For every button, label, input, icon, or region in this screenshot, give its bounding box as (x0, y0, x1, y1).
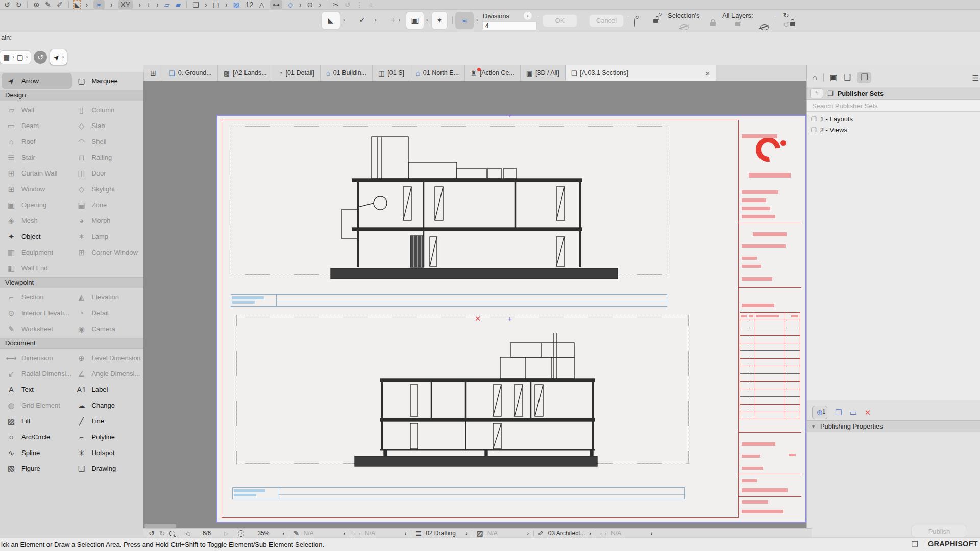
tool-marquee[interactable]: ▢Marquee (72, 73, 142, 89)
tab-01-s[interactable]: ◫[01 S] (373, 65, 410, 81)
tool-curtain-wall[interactable]: ⊞Curtain Wall (2, 165, 72, 181)
up-level-button[interactable]: ↰ (810, 88, 823, 98)
status-segment-n-a[interactable]: ✎N/A› (289, 530, 345, 537)
status-segment-02-drafting[interactable]: ≣02 Drafting› (411, 530, 467, 537)
divisions-menu-button[interactable]: › (524, 12, 532, 20)
publisher-sets-icon[interactable]: ❐ (857, 72, 871, 83)
tool-spline[interactable]: ∿Spline (2, 445, 72, 461)
publishing-properties-header[interactable]: ▼ Publishing Properties (807, 420, 980, 432)
next-layout-icon[interactable]: ▷ (224, 531, 228, 536)
project-map-icon[interactable]: ⌂ (812, 73, 817, 82)
hide-selection-icon[interactable] (680, 24, 689, 30)
toggle-lock-icon[interactable]: ↻ (653, 16, 658, 24)
chevron-right-icon[interactable]: › (375, 18, 376, 23)
twelve-icon[interactable]: 12 (246, 1, 254, 8)
scissors-icon[interactable]: ✂ (333, 1, 339, 8)
status-segment-n-a[interactable]: ▭N/A› (350, 530, 407, 537)
unlock-selection-icon[interactable] (735, 22, 740, 26)
zoom-tool-icon[interactable]: ⊕ (33, 1, 39, 8)
search-input[interactable]: Search Publisher Sets (807, 100, 980, 112)
rename-icon[interactable]: ▭ (849, 409, 856, 416)
chevron-right-icon[interactable]: › (476, 18, 478, 23)
arrow-tool-group[interactable]: ➤ › (50, 49, 67, 65)
undo-icon[interactable]: ↺ (4, 1, 10, 8)
chevron-right-icon[interactable]: › (405, 531, 406, 536)
xy-icon[interactable]: XY (118, 0, 133, 9)
tool-door[interactable]: ◫Door (72, 165, 142, 181)
chevron-icon[interactable]: › (225, 1, 228, 8)
windows-stack-icon[interactable]: ❐ (911, 540, 918, 548)
tool-interior-elevation[interactable]: ⊙Interior Elevati... (2, 305, 72, 321)
stats-icon[interactable]: ⋮ (356, 1, 363, 8)
tool-railing[interactable]: ⊓Railing (72, 149, 142, 165)
chevron-right-icon[interactable]: › (12, 55, 14, 60)
fit-in-window-icon[interactable]: + (238, 530, 244, 537)
tool-level-dimension[interactable]: ⊕Level Dimension (72, 350, 142, 366)
mark-tool-icon[interactable]: △ (259, 1, 264, 8)
publisher-set-item[interactable]: ❐1 - Layouts (807, 114, 980, 124)
chevron-right-icon[interactable]: › (282, 531, 284, 536)
chevron-right-icon[interactable]: › (26, 55, 28, 60)
jump-back-icon[interactable]: ↺ (149, 530, 155, 537)
layout-sheet[interactable]: ✕ + + (217, 116, 805, 522)
tool-figure[interactable]: ▧Figure (2, 461, 72, 477)
tool-arc-circle[interactable]: ○Arc/Circle (2, 429, 72, 445)
marquee-mode-icon[interactable]: ▢ (17, 54, 23, 61)
tool-corner-window[interactable]: ⊞Corner-Window (72, 244, 142, 260)
tool-camera[interactable]: ◉Camera (72, 321, 142, 337)
plane-tool-button[interactable]: ◣ (322, 12, 340, 29)
tool-mesh[interactable]: ◈Mesh (2, 213, 72, 229)
tool-wall-end[interactable]: ◧Wall End (2, 260, 72, 276)
add-shortcut-button[interactable]: ⊕ I (812, 406, 827, 419)
hide-layers-icon[interactable] (760, 24, 769, 30)
tab-01-buildin[interactable]: ⌂01 Buildin... (321, 65, 373, 81)
tool-morph[interactable]: ◕Morph (72, 213, 142, 229)
guide-b-icon[interactable]: ▰ (176, 1, 181, 8)
tool-wall[interactable]: ▱Wall (2, 102, 72, 118)
tool-label[interactable]: A1Label (72, 382, 142, 397)
ok-button[interactable]: OK (543, 15, 577, 27)
plus-icon[interactable]: + (369, 1, 373, 8)
previous-layout-icon[interactable]: ◁ (185, 531, 189, 536)
lock-selection-icon[interactable] (710, 22, 716, 26)
chevron-right-icon[interactable]: › (651, 531, 652, 536)
pen-2-icon[interactable]: ✐ (57, 1, 63, 8)
view-map-icon[interactable]: ▣ (830, 73, 838, 82)
arrow-cursor-icon[interactable]: ➤ (52, 52, 62, 62)
lock-layers-icon[interactable] (790, 22, 795, 26)
chevron-right-icon[interactable]: › (343, 18, 345, 23)
pen-icon[interactable]: ✎ (45, 1, 51, 8)
checkmark-button[interactable]: ✓ (353, 12, 372, 29)
chevron-right-icon[interactable]: › (343, 531, 345, 536)
tool-skylight[interactable]: ◇Skylight (72, 181, 142, 197)
cancel-button[interactable]: Cancel (590, 15, 623, 27)
tool-column[interactable]: ▯Column (72, 102, 142, 118)
ruler-tool-icon[interactable]: ◣ (75, 1, 80, 8)
node-tool-icon[interactable]: ⊶ (270, 0, 282, 9)
zoom-level[interactable]: 35% (249, 530, 278, 537)
tool-worksheet[interactable]: ✎Worksheet (2, 321, 72, 337)
tool-shell[interactable]: ◠Shell (72, 134, 142, 149)
diamond-icon[interactable]: ◇ (288, 1, 293, 8)
status-segment-n-a[interactable]: ▭N/A› (596, 530, 653, 537)
tangent-icon[interactable]: ⊙ (307, 1, 313, 8)
layout-book-icon[interactable]: ❏ (844, 73, 851, 82)
chevron-icon[interactable]: › (318, 1, 321, 8)
undo-icon[interactable]: ↺ (783, 21, 789, 28)
division-mode-button[interactable]: ≍ (455, 12, 474, 29)
panel-menu-icon[interactable]: ☰ (972, 73, 979, 83)
tool-window[interactable]: ⊞Window (2, 181, 72, 197)
chevron-right-icon[interactable]: › (426, 18, 428, 23)
tool-text[interactable]: AText (2, 382, 72, 397)
tool-drawing[interactable]: ❏Drawing (72, 461, 142, 477)
chevron-right-icon[interactable]: › (465, 531, 467, 536)
tool-fill[interactable]: ▨Fill (2, 413, 72, 429)
redo-icon[interactable]: ↻ (783, 12, 789, 19)
drawing-title-strip-upper[interactable] (231, 294, 667, 307)
magic-wand-button[interactable]: ✶ (432, 12, 447, 29)
drawing-title-strip-lower[interactable] (232, 487, 685, 499)
redo-icon[interactable]: ↻ (16, 1, 22, 8)
tool-detail[interactable]: ◔Detail (72, 305, 142, 321)
publisher-set-item[interactable]: ❐2 - Views (807, 124, 980, 135)
chevron-icon[interactable]: › (156, 1, 159, 8)
